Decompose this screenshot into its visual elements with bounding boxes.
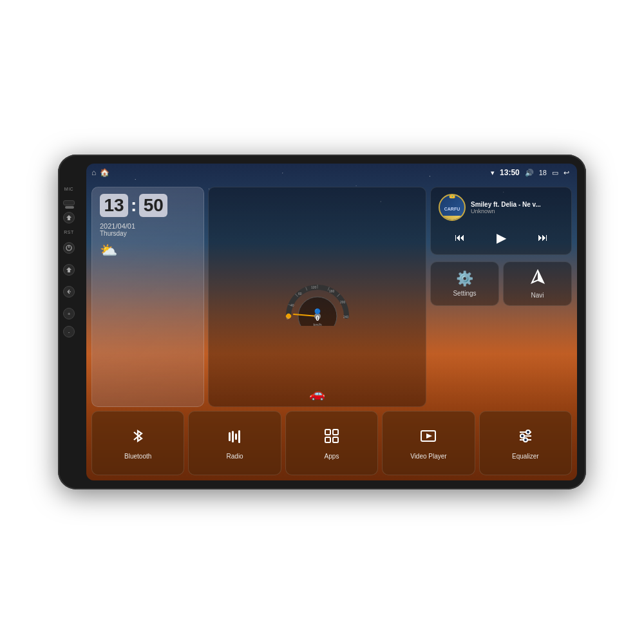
svg-text:🔵: 🔵 [314,308,321,314]
clock-hours: 13 [100,194,128,217]
video-player-app[interactable]: Video Player [382,411,475,475]
svg-rect-33 [325,430,330,435]
android-home-status-icon: ⌂ [91,168,96,177]
next-button[interactable]: ⏭ [533,229,553,246]
car-head-unit: MIC RST + - [58,155,586,489]
video-player-label: Video Player [410,453,447,460]
status-time: 13:50 [500,168,520,177]
top-row: 13 : 50 2021/04/01 Thursday ⛅ [91,187,572,407]
settings-navi-row: ⚙️ Settings Navi [430,261,572,306]
android-home-button[interactable] [63,264,75,276]
speedometer-widget: 🔵 0 km/h 0 120 200 60 160 240 40 [208,187,426,407]
music-logo: 👑 CARFU [439,194,466,221]
wifi-icon: ▾ [491,169,495,177]
speedometer-gauge: 🔵 0 km/h 0 120 200 60 160 240 40 [279,268,356,326]
settings-label: Settings [453,290,476,297]
radio-icon [226,427,244,450]
clock-widget[interactable]: 13 : 50 2021/04/01 Thursday ⛅ [91,187,204,407]
svg-rect-29 [229,432,231,441]
svg-point-42 [526,430,530,434]
status-bar: ⌂ 🏠 ▾ 13:50 🔊 18 ▭ ↩ [86,164,577,182]
svg-text:0: 0 [287,316,289,320]
music-controls: ⏮ ▶ ⏭ [439,227,564,248]
svg-rect-35 [325,437,330,442]
volume-level: 18 [539,169,547,176]
svg-text:240: 240 [343,315,349,319]
screen: ⌂ 🏠 ▾ 13:50 🔊 18 ▭ ↩ 13 : 50 [86,164,577,480]
navi-label: Navi [531,292,544,299]
bluetooth-app[interactable]: Bluetooth [91,411,184,475]
bottom-app-bar: Bluetooth Radio [91,411,572,475]
volume-icon: 🔊 [525,169,534,177]
weather-icon: ⛅ [100,242,117,259]
svg-rect-34 [333,430,338,435]
music-artist: Unknown [471,208,564,214]
equalizer-icon [516,427,535,450]
rst-label: RST [64,230,74,234]
home-status-icon: 🏠 [100,168,109,177]
svg-text:km/h: km/h [313,323,321,326]
car-road-icon: 🚗 [309,386,325,401]
clock-time-container: 13 : 50 [100,194,196,217]
svg-rect-36 [333,437,338,442]
video-player-icon [419,427,437,450]
home-button[interactable] [63,200,75,205]
svg-text:40: 40 [290,303,294,307]
side-buttons: MIC RST + - [63,187,75,337]
mic-label: MIC [64,187,73,191]
equalizer-app[interactable]: Equalizer [479,411,572,475]
right-column: 👑 CARFU Smiley ft. Delia - Ne v... Unkno… [430,187,572,407]
bluetooth-icon [129,427,147,450]
radio-app[interactable]: Radio [188,411,281,475]
battery-icon: ▭ [552,169,558,177]
home-icon-button[interactable] [63,212,75,223]
clock-day: Thursday [100,230,196,237]
main-content: 13 : 50 2021/04/01 Thursday ⛅ [86,182,577,480]
svg-text:160: 160 [329,289,335,293]
clock-date: 2021/04/01 [100,222,196,230]
navi-icon [529,269,546,289]
volume-down-button[interactable]: - [63,326,75,337]
back-button[interactable] [63,286,75,298]
music-widget[interactable]: 👑 CARFU Smiley ft. Delia - Ne v... Unkno… [430,187,572,255]
back-status-icon: ↩ [564,169,569,177]
apps-icon [323,427,341,450]
music-info: Smiley ft. Delia - Ne v... Unknown [471,201,564,214]
svg-rect-0 [65,206,74,209]
equalizer-label: Equalizer [512,453,539,460]
clock-weather: ⛅ [100,242,196,259]
svg-marker-4 [66,267,71,272]
prev-button[interactable]: ⏮ [450,229,470,246]
music-title: Smiley ft. Delia - Ne v... [471,201,564,208]
music-top: 👑 CARFU Smiley ft. Delia - Ne v... Unkno… [439,194,564,221]
play-button[interactable]: ▶ [491,227,511,248]
power-button[interactable] [63,242,75,254]
svg-rect-32 [238,430,240,443]
settings-widget[interactable]: ⚙️ Settings [430,261,499,306]
svg-text:60: 60 [298,292,302,296]
navi-widget[interactable]: Navi [503,261,572,306]
svg-marker-38 [426,433,432,439]
apps-app[interactable]: Apps [285,411,378,475]
settings-icon: ⚙️ [456,270,473,287]
volume-up-button[interactable]: + [63,308,75,319]
svg-text:0: 0 [316,315,319,322]
bluetooth-label: Bluetooth [124,453,151,460]
svg-point-40 [520,434,524,438]
apps-label: Apps [325,453,339,460]
radio-label: Radio [227,453,243,460]
svg-rect-31 [235,433,237,440]
svg-point-44 [524,438,527,442]
music-logo-text: CARFU [444,207,460,211]
svg-rect-30 [232,431,234,442]
svg-text:120: 120 [311,285,317,289]
svg-marker-1 [66,215,71,220]
svg-text:200: 200 [340,300,346,304]
clock-minutes: 50 [139,194,167,217]
